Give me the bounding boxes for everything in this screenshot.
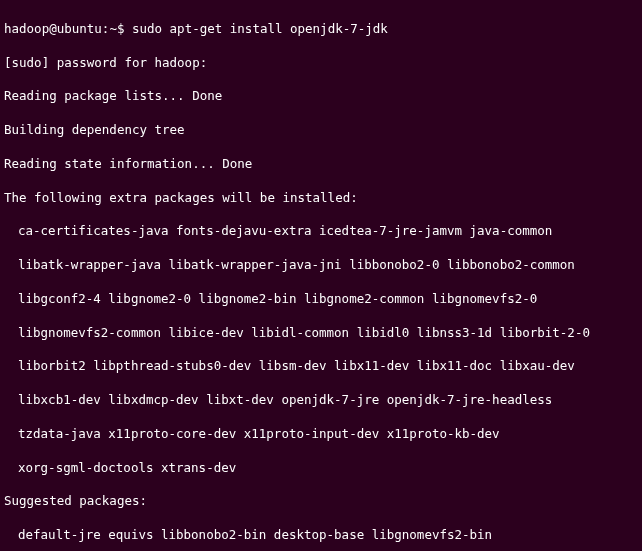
command-text: sudo apt-get install openjdk-7-jdk — [132, 21, 388, 36]
extra-packages-header: The following extra packages will be ins… — [4, 190, 638, 207]
reading-package-lists: Reading package lists... Done — [4, 88, 638, 105]
prompt-line: hadoop@ubuntu:~$ sudo apt-get install op… — [4, 21, 638, 38]
extra-package-line: libxcb1-dev libxdmcp-dev libxt-dev openj… — [4, 392, 638, 409]
suggested-package-line: default-jre equivs libbonobo2-bin deskto… — [4, 527, 638, 544]
reading-state: Reading state information... Done — [4, 156, 638, 173]
extra-package-line: ca-certificates-java fonts-dejavu-extra … — [4, 223, 638, 240]
extra-package-line: xorg-sgml-doctools xtrans-dev — [4, 460, 638, 477]
prompt-path: ~ — [109, 21, 117, 36]
extra-package-line: libgnomevfs2-common libice-dev libidl-co… — [4, 325, 638, 342]
sudo-password-prompt: [sudo] password for hadoop: — [4, 55, 638, 72]
extra-package-line: libatk-wrapper-java libatk-wrapper-java-… — [4, 257, 638, 274]
terminal-output[interactable]: hadoop@ubuntu:~$ sudo apt-get install op… — [4, 4, 638, 551]
prompt-sep2: $ — [117, 21, 132, 36]
prompt-user: hadoop@ubuntu — [4, 21, 102, 36]
extra-package-line: liborbit2 libpthread-stubs0-dev libsm-de… — [4, 358, 638, 375]
extra-package-line: tzdata-java x11proto-core-dev x11proto-i… — [4, 426, 638, 443]
building-dependency-tree: Building dependency tree — [4, 122, 638, 139]
extra-package-line: libgconf2-4 libgnome2-0 libgnome2-bin li… — [4, 291, 638, 308]
suggested-packages-header: Suggested packages: — [4, 493, 638, 510]
